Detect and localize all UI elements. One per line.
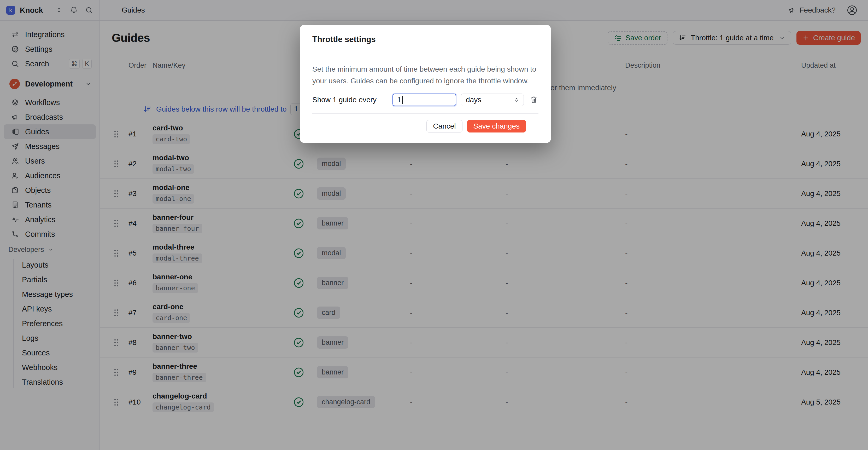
modal-title: Throttle settings <box>312 35 376 44</box>
save-changes-button[interactable]: Save changes <box>467 120 526 133</box>
select-chevrons-icon <box>513 96 520 103</box>
modal-description: Set the minimum amount of time between e… <box>312 63 537 87</box>
trash-icon <box>530 96 538 104</box>
throttle-settings-modal: Throttle settings Set the minimum amount… <box>300 25 551 143</box>
throttle-unit-select[interactable]: days <box>461 93 524 106</box>
text-caret <box>402 96 403 104</box>
remove-throttle-button[interactable] <box>530 96 538 104</box>
cancel-button[interactable]: Cancel <box>427 120 462 133</box>
throttle-interval-input[interactable]: 1 <box>393 93 456 106</box>
throttle-interval-label: Show 1 guide every <box>312 96 393 104</box>
